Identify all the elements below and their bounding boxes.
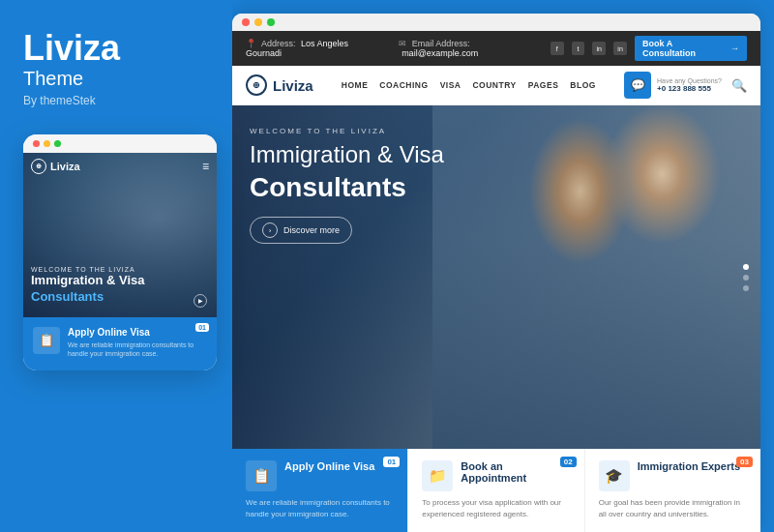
title-theme: Theme [23,68,209,90]
mobile-hero-text: WELCOME TO THE LIVIZA Immigration & Visa… [31,266,145,306]
hero-dot-1[interactable] [743,264,749,270]
phone-icon-box: 💬 [624,72,651,99]
linkedin-icon[interactable]: in [592,42,606,55]
hero-btn-arrow: › [262,222,278,238]
card-appointment: 02 📁 Book an Appointment To process your… [408,449,584,532]
card-2-icon: 📁 [422,460,453,491]
nav-phone: 💬 Have any Questions? +0 123 888 555 [624,72,722,99]
theme-title: Liviza Theme By themeStek [23,29,209,107]
hero-dot-nav [743,264,749,291]
twitter-icon[interactable]: t [572,42,585,55]
info-bar-right: f t in in Book A Consultation → [551,36,747,61]
mobile-card: 01 📋 Apply Online Visa We are reliable i… [23,317,217,371]
card-1-desc: We are reliable immigration consultants … [246,497,394,520]
card-2-num: 02 [560,457,577,467]
hero-people-area [432,105,760,449]
card-2-inner: 📁 Book an Appointment [422,460,570,491]
nav-home[interactable]: HOME [342,80,369,90]
hero-section: WELCOME TO THE LIVIZA Immigration & Visa… [232,105,760,449]
card-3-title: Immigration Experts [638,460,740,472]
discover-more-button[interactable]: › Discover more [250,217,352,244]
book-consultation-button[interactable]: Book A Consultation → [635,36,747,61]
mobile-mockup: ⊕ Liviza ≡ WELCOME TO THE LIVIZA Immigra… [23,134,217,371]
address-info: 📍 Address: Los Angeles Gournadi [246,39,385,58]
mobile-hero-small: WELCOME TO THE LIVIZA [31,266,145,273]
email-value: mail@example.com [402,48,478,58]
hero-title-line2: Consultants [250,171,444,204]
nav-pages[interactable]: PAGES [528,80,559,90]
mobile-logo: ⊕ Liviza [31,159,80,174]
card-immigration-experts: 03 🎓 Immigration Experts Our goal has be… [585,449,760,532]
hero-dot-3[interactable] [743,285,749,291]
hero-btn-label: Discover more [283,225,340,235]
mobile-card-title: Apply Online Visa [68,327,207,338]
phone-text: Have any Questions? +0 123 888 555 [657,77,722,93]
nav-logo-text: Liviza [273,77,313,94]
mobile-card-inner: 📋 Apply Online Visa We are reliable immi… [33,327,207,360]
right-panel: 📍 Address: Los Angeles Gournadi ✉ Email … [232,14,760,532]
desktop-dot-yellow [254,18,262,26]
phone-label: Have any Questions? [657,77,722,84]
desktop-dot-green [267,18,275,26]
mobile-hero: ⊕ Liviza ≡ WELCOME TO THE LIVIZA Immigra… [23,153,217,317]
card-3-desc: Our goal has been provide immigration in… [599,497,747,520]
card-2-content: Book an Appointment [461,460,570,486]
mobile-topbar [23,134,217,153]
main-nav: ⊕ Liviza HOME COACHING VISA COUNTRY PAGE… [232,66,760,105]
email-info: ✉ Email Address: mail@example.com [399,39,551,58]
nav-visa[interactable]: VISA [440,80,461,90]
hero-welcome-text: WELCOME TO THE LIVIZA [250,127,444,135]
title-by: By themeStek [23,94,209,107]
nav-links: HOME COACHING VISA COUNTRY PAGES BLOG [342,80,596,90]
nav-logo[interactable]: ⊕ Liviza [246,74,313,96]
hero-dot-2[interactable] [743,275,749,281]
mobile-card-num: 01 [195,323,209,332]
desktop-topbar [232,14,760,31]
nav-right: 💬 Have any Questions? +0 123 888 555 🔍 [624,72,747,99]
card-1-inner: 📋 Apply Online Visa [246,460,394,491]
mobile-hero-line2: Consultants [31,289,104,304]
address-label: Address: [261,39,296,48]
card-3-icon: 🎓 [599,460,630,491]
card-1-content: Apply Online Visa [284,460,374,474]
card-3-num: 03 [736,457,753,467]
card-apply-visa: 01 📋 Apply Online Visa We are reliable i… [232,449,408,532]
mobile-dot-red [33,140,40,147]
card-2-title: Book an Appointment [461,460,570,484]
mobile-card-desc: We are reliable immigration consultants … [68,340,207,360]
title-liviza: Liviza [23,29,209,68]
desktop-dot-red [242,18,250,26]
mobile-logo-icon: ⊕ [31,159,46,174]
card-1-icon: 📋 [246,460,277,491]
mobile-logo-text: Liviza [50,161,80,172]
info-bar: 📍 Address: Los Angeles Gournadi ✉ Email … [232,31,760,66]
card-1-num: 01 [383,457,400,467]
card-3-inner: 🎓 Immigration Experts [599,460,747,491]
mobile-play-btn[interactable]: ▶ [194,294,207,308]
nav-country[interactable]: COUNTRY [472,80,516,90]
card-3-content: Immigration Experts [638,460,740,474]
mobile-card-content: Apply Online Visa We are reliable immigr… [68,327,207,360]
nav-blog[interactable]: BLOG [570,80,596,90]
book-btn-label: Book A Consultation [642,39,727,58]
mobile-dot-yellow [44,140,50,147]
search-icon[interactable]: 🔍 [731,78,747,93]
nav-logo-icon: ⊕ [246,74,267,96]
card-1-title: Apply Online Visa [284,460,374,472]
mobile-menu-icon[interactable]: ≡ [202,160,209,173]
nav-coaching[interactable]: COACHING [379,80,428,90]
info-bar-left: 📍 Address: Los Angeles Gournadi ✉ Email … [246,39,551,58]
linkedin2-icon[interactable]: in [613,42,627,55]
left-panel: Liviza Theme By themeStek ⊕ Liviza ≡ WEL… [0,0,232,532]
phone-number: +0 123 888 555 [657,84,722,93]
mobile-hero-line1: Immigration & Visa [31,273,145,287]
hero-content: WELCOME TO THE LIVIZA Immigration & Visa… [250,127,444,244]
mobile-dot-green [54,140,61,147]
bottom-cards: 01 📋 Apply Online Visa We are reliable i… [232,449,760,532]
card-2-desc: To process your visa application with ou… [422,497,570,520]
email-icon: ✉ [399,39,406,48]
mobile-hero-title: Immigration & Visa Consultants [31,273,145,306]
facebook-icon[interactable]: f [551,42,564,55]
book-btn-arrow: → [730,44,739,53]
email-label: Email Address: [412,39,470,48]
